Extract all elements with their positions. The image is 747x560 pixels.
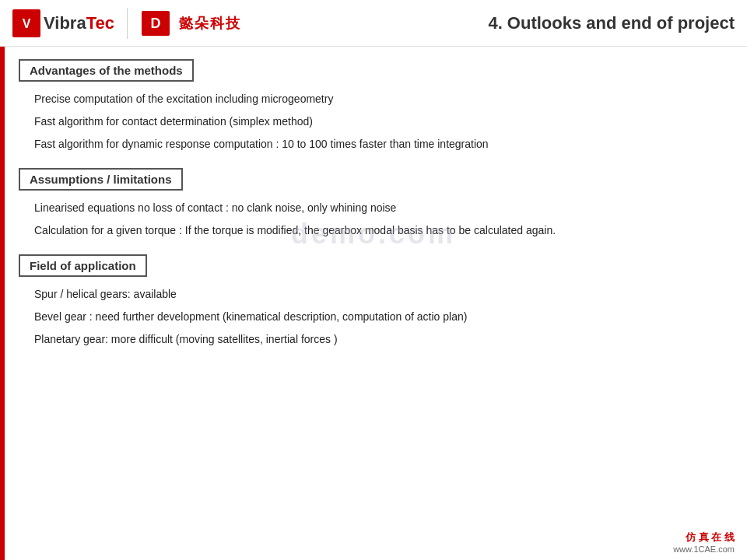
assumptions-label: Assumptions / limitations xyxy=(19,168,183,191)
svg-text:D: D xyxy=(150,16,160,31)
footer: 仿 真 在 线 www.1CAE.com xyxy=(673,530,735,554)
vibratec-logo: V VibraTec xyxy=(12,9,114,37)
yiduo-icon: D xyxy=(140,8,179,39)
advantages-label: Advantages of the methods xyxy=(19,59,194,82)
assumptions-section: Assumptions / limitations Linearised equ… xyxy=(19,168,728,239)
field-section: Field of application Spur / helical gear… xyxy=(19,254,728,348)
assumption-item-2: Calculation for a given torque : If the … xyxy=(34,222,728,239)
logo-area: V VibraTec D 懿朵科技 xyxy=(12,8,241,39)
advantage-item-3: Fast algorithm for dynamic response comp… xyxy=(34,136,728,152)
advantage-item-2: Fast algorithm for contact determination… xyxy=(34,114,728,130)
vibratec-icon: V xyxy=(12,9,40,37)
field-item-1: Spur / helical gears: available xyxy=(34,286,728,303)
footer-main-text: 仿 真 在 线 xyxy=(673,530,735,544)
advantages-section: Advantages of the methods Precise comput… xyxy=(19,59,728,152)
advantages-content: Precise computation of the excitation in… xyxy=(19,91,728,152)
vibratec-text: VibraTec xyxy=(44,13,114,33)
assumptions-content: Linearised equations no loss of contact … xyxy=(19,200,728,239)
logo-divider xyxy=(127,8,128,39)
assumption-item-1: Linearised equations no loss of contact … xyxy=(34,200,728,216)
yiduo-chinese-text: 懿朵科技 xyxy=(179,14,241,33)
field-content: Spur / helical gears: available Bevel ge… xyxy=(19,286,728,348)
header: V VibraTec D 懿朵科技 4. Outlooks and end of… xyxy=(0,0,747,47)
field-item-3: Planetary gear: more difficult (moving s… xyxy=(34,331,728,348)
svg-text:V: V xyxy=(23,17,31,30)
advantage-item-1: Precise computation of the excitation in… xyxy=(34,91,728,107)
main-content: Advantages of the methods Precise comput… xyxy=(0,47,747,376)
field-item-2: Bevel gear : need further development (k… xyxy=(34,309,728,325)
footer-sub-text: www.1CAE.com xyxy=(673,544,735,554)
page-title: 4. Outlooks and end of project xyxy=(488,13,735,33)
yiduo-logo: D 懿朵科技 xyxy=(140,8,241,39)
field-label: Field of application xyxy=(19,254,147,277)
